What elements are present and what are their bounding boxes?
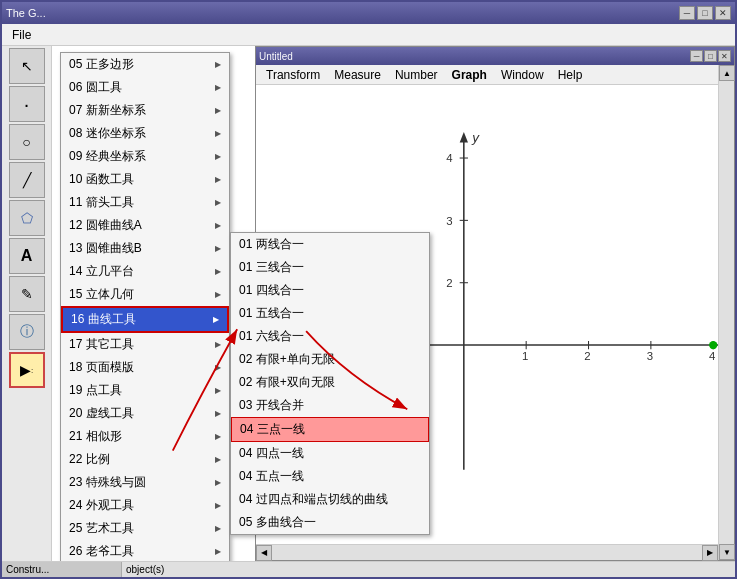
- graph-canvas: Untitled ─ □ ✕ Transform Measure Number …: [52, 46, 735, 561]
- menu-l2-item-04b[interactable]: 04 四点一线: [231, 442, 429, 465]
- submenu-arrow-11: ▶: [215, 198, 221, 207]
- select-tool-button[interactable]: ↖: [9, 48, 45, 84]
- menu-l1-item-09[interactable]: 09 经典坐标系 ▶: [61, 145, 229, 168]
- submenu-arrow-16: ▶: [213, 315, 219, 324]
- marker-tool-button[interactable]: ✎: [9, 276, 45, 312]
- minimize-button[interactable]: ─: [679, 6, 695, 20]
- submenu-arrow-21: ▶: [215, 432, 221, 441]
- scroll-down-btn[interactable]: ▼: [719, 544, 735, 560]
- menu-l1-item-24[interactable]: 24 外观工具 ▶: [61, 494, 229, 517]
- submenu-arrow-06: ▶: [215, 83, 221, 92]
- submenu-arrow-17: ▶: [215, 340, 221, 349]
- left-panel: ↖ · ○ ╱ ⬠ A ✎ ⓘ ▶:: [2, 46, 52, 561]
- menu-l2-item-01a[interactable]: 01 两线合一: [231, 233, 429, 256]
- menu-l1-item-19[interactable]: 19 点工具 ▶: [61, 379, 229, 402]
- menu-l1-item-06[interactable]: 06 圆工具 ▶: [61, 76, 229, 99]
- submenu-arrow-26: ▶: [215, 547, 221, 556]
- menu-l2-item-01b[interactable]: 01 三线合一: [231, 256, 429, 279]
- maximize-button[interactable]: □: [697, 6, 713, 20]
- svg-text:3: 3: [647, 350, 653, 362]
- scroll-right-btn[interactable]: ▶: [702, 545, 718, 561]
- menu-file[interactable]: File: [6, 26, 37, 44]
- menu-l1-item-25[interactable]: 25 艺术工具 ▶: [61, 517, 229, 540]
- svg-text:y: y: [471, 130, 480, 145]
- submenu-arrow-12: ▶: [215, 221, 221, 230]
- menu-l1-item-15[interactable]: 15 立体几何 ▶: [61, 283, 229, 306]
- submenu-arrow-25: ▶: [215, 524, 221, 533]
- title-bar: The G... ─ □ ✕: [2, 2, 735, 24]
- scroll-up-btn[interactable]: ▲: [719, 65, 735, 81]
- svg-text:4: 4: [446, 152, 453, 164]
- submenu-arrow-09: ▶: [215, 152, 221, 161]
- menu-l2-item-01c[interactable]: 01 四线合一: [231, 279, 429, 302]
- title-bar-buttons: ─ □ ✕: [679, 6, 731, 20]
- menu-l1-item-23[interactable]: 23 特殊线与圆 ▶: [61, 471, 229, 494]
- menu-l2-item-04d[interactable]: 04 过四点和端点切线的曲线: [231, 488, 429, 511]
- bottom-bar: Constru... object(s): [2, 561, 735, 577]
- submenu-arrow-13: ▶: [215, 244, 221, 253]
- menu-l1-item-26[interactable]: 26 老爷工具 ▶: [61, 540, 229, 561]
- inner-scrollbar-h[interactable]: ◀ ▶: [256, 544, 718, 560]
- submenu-arrow-14: ▶: [215, 267, 221, 276]
- menu-l1-item-22[interactable]: 22 比例 ▶: [61, 448, 229, 471]
- info-tool-button[interactable]: ⓘ: [9, 314, 45, 350]
- submenu-arrow-05: ▶: [215, 60, 221, 69]
- circle-tool-button[interactable]: ○: [9, 124, 45, 160]
- app-title: The G...: [6, 7, 46, 19]
- menu-l1-item-18[interactable]: 18 页面模版 ▶: [61, 356, 229, 379]
- menu-l2-item-04c[interactable]: 04 五点一线: [231, 465, 429, 488]
- menu-bar: File: [2, 24, 735, 46]
- submenu-arrow-07: ▶: [215, 106, 221, 115]
- menu-l1-item-05[interactable]: 05 正多边形 ▶: [61, 53, 229, 76]
- submenu-arrow-23: ▶: [215, 478, 221, 487]
- submenu-arrow-20: ▶: [215, 409, 221, 418]
- menu-l1-item-08[interactable]: 08 迷你坐标系 ▶: [61, 122, 229, 145]
- menu-l2-item-01d[interactable]: 01 五线合一: [231, 302, 429, 325]
- submenu-arrow-24: ▶: [215, 501, 221, 510]
- point-tool-button[interactable]: ·: [9, 86, 45, 122]
- menu-l1-item-21[interactable]: 21 相似形 ▶: [61, 425, 229, 448]
- svg-point-20: [709, 341, 717, 349]
- menu-l1-item-10[interactable]: 10 函数工具 ▶: [61, 168, 229, 191]
- line-tool-button[interactable]: ╱: [9, 162, 45, 198]
- content-area: ↖ · ○ ╱ ⬠ A ✎ ⓘ ▶: Untitled ─ □ ✕: [2, 46, 735, 561]
- svg-text:4: 4: [709, 350, 716, 362]
- menu-l1-item-14[interactable]: 14 立几平台 ▶: [61, 260, 229, 283]
- menu-level2: 01 两线合一 01 三线合一 01 四线合一 01 五线合一 01 六线合一: [230, 232, 430, 535]
- polygon-tool-button[interactable]: ⬠: [9, 200, 45, 236]
- submenu-arrow-15: ▶: [215, 290, 221, 299]
- main-window: The G... ─ □ ✕ File ↖ · ○ ╱ ⬠ A ✎ ⓘ ▶:: [0, 0, 737, 579]
- menu-l2-item-05[interactable]: 05 多曲线合一: [231, 511, 429, 534]
- scroll-left-btn[interactable]: ◀: [256, 545, 272, 561]
- menu-l2-item-02b[interactable]: 02 有限+双向无限: [231, 371, 429, 394]
- bottom-status: object(s): [122, 564, 735, 575]
- title-bar-left: The G...: [6, 7, 46, 19]
- bottom-left-panel: Constru...: [2, 562, 122, 577]
- svg-text:1: 1: [522, 350, 528, 362]
- menu-l1-item-13[interactable]: 13 圆锥曲线B ▶: [61, 237, 229, 260]
- svg-text:3: 3: [446, 215, 452, 227]
- svg-marker-2: [460, 132, 468, 142]
- svg-text:2: 2: [446, 277, 452, 289]
- submenu-arrow-08: ▶: [215, 129, 221, 138]
- menu-l1-item-12[interactable]: 12 圆锥曲线A ▶: [61, 214, 229, 237]
- submenu-arrow-22: ▶: [215, 455, 221, 464]
- menu-l1-item-20[interactable]: 20 虚线工具 ▶: [61, 402, 229, 425]
- text-tool-button[interactable]: A: [9, 238, 45, 274]
- inner-scrollbar-v[interactable]: ▲ ▼: [718, 65, 734, 560]
- close-button[interactable]: ✕: [715, 6, 731, 20]
- menu-l1-item-17[interactable]: 17 其它工具 ▶: [61, 333, 229, 356]
- menu-l2-item-01e[interactable]: 01 六线合一: [231, 325, 429, 348]
- svg-text:2: 2: [584, 350, 590, 362]
- menu-l1-item-07[interactable]: 07 新新坐标系 ▶: [61, 99, 229, 122]
- menu-l2-item-03[interactable]: 03 开线合并: [231, 394, 429, 417]
- submenu-arrow-19: ▶: [215, 386, 221, 395]
- animate-tool-button[interactable]: ▶:: [9, 352, 45, 388]
- menu-l2-item-04a[interactable]: 04 三点一线: [231, 417, 429, 442]
- menu-l1-item-11[interactable]: 11 箭头工具 ▶: [61, 191, 229, 214]
- menu-level1: 05 正多边形 ▶ 06 圆工具 ▶ 07 新新坐标系 ▶ 08 迷你坐标系 ▶: [60, 52, 230, 561]
- menu-l1-item-16[interactable]: 16 曲线工具 ▶: [61, 306, 229, 333]
- submenu-arrow-10: ▶: [215, 175, 221, 184]
- menu-l2-item-02a[interactable]: 02 有限+单向无限: [231, 348, 429, 371]
- submenu-arrow-18: ▶: [215, 363, 221, 372]
